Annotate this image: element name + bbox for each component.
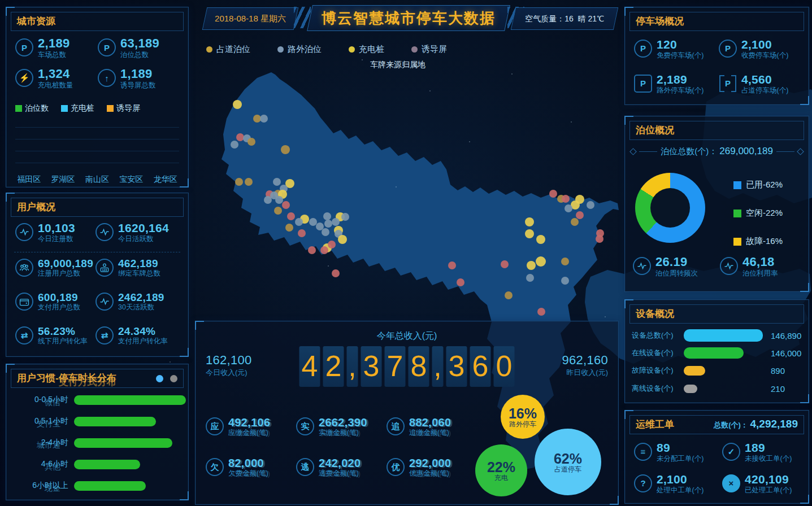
flip-digit: 8 [409,346,429,387]
panel-title: 用户习惯-停车时长分布支付方式分布 [17,369,116,388]
stat-value: 600,189 [38,291,80,303]
device-bar-track [684,329,763,342]
work-orders-total: 总数(个)： 4,292,189 [714,415,798,435]
panel-income: 今年总收入(元) 42,378,360 162,100 今日收入(元) 962,… [195,321,619,505]
bubble-label: 路外停车 [509,421,536,428]
processing-order-icon: ? [634,474,652,492]
axis-label: 南山区 [85,175,109,185]
bubble-percent: 16% [509,406,537,421]
habit-row: 4-6小时其他 [14,458,140,470]
map-point [562,195,570,203]
line-decor [639,151,657,152]
map-legend: 占道泊位 路外泊位 充电桩 诱导屏 [206,44,447,55]
legend-swatch [15,105,22,112]
habit-row: 0.5-1小时支付宝 [14,415,156,428]
map-legend-item: 充电桩 [349,44,384,55]
paid-amount-icon: 实 [296,417,314,435]
exchange-icon: ⇄ [95,326,114,344]
map-point [323,212,331,220]
offroad-lot-icon: P [634,75,652,93]
berth-total-row: 泊位总数(个)： 269,000,189 [631,146,803,157]
stat-value: 492,106 [228,416,270,429]
device-label: 设备总数(个) [632,330,684,341]
free-lot-icon: P [634,40,652,58]
map-point [571,218,579,226]
flip-digit: , [432,346,444,387]
share-bubble: 16% 路外停车 [501,395,545,439]
berth-icon: P [98,38,116,56]
map-point [247,138,255,146]
stat-item: 26.19 泊位周转频次 [633,255,698,277]
evaded-amount-icon: 逃 [296,458,314,476]
star-speck [511,73,513,75]
flip-digit: 7 [385,346,406,387]
unassigned-order-icon: ≡ [634,443,652,461]
device-row: 设备总数(个) 146,890 [632,329,802,342]
carousel-dot-active[interactable] [156,375,163,382]
users-icon [15,259,33,277]
map-point [549,190,557,198]
device-bar-track [684,385,763,393]
stat-label: 处理中工单(个) [657,486,704,494]
stat-item: 逃 242,020 逃费金额(笔) [296,457,361,477]
device-row: 在线设备(个) 146,000 [632,347,802,359]
carousel-dot[interactable] [170,375,177,382]
habit-label-ghost: 支付宝 [37,419,60,429]
yesterday-income: 962,160 昨日收入(元) [562,353,608,378]
map-point [525,229,534,238]
stat-item: 实 2662,390 实缴金额(笔) [296,416,367,437]
map-point [320,246,328,254]
panel-work-orders: 运维工单 总数(个)： 4,292,189 ≡ 89 未分配工单(个) ✓ 18… [624,410,809,504]
stat-label: 未接收工单(个) [745,455,792,463]
stat-value: 462,189 [118,258,160,269]
map-point [273,178,281,186]
panel-title: 停车场概况 [636,12,684,31]
berth-donut-chart [635,173,705,243]
weather-value: 晴 [577,14,585,23]
stat-label: 占道停车场(个) [741,86,788,94]
dashboard-root: { "header": { "date": "2018-08-18 星期六", … [0,0,812,506]
map-point [525,217,534,226]
stat-item: P 2,189 路外停车场(个) [634,73,704,94]
panel-berth-header: 泊位概况 [629,121,804,140]
device-bar [684,385,697,393]
bubble-label: 占道停车 [554,466,581,473]
stat-item: ≡ 89 未分配工单(个) [634,441,704,463]
map-point [526,274,534,282]
share-bubble: 62% 占道停车 [535,429,601,495]
map-point [341,213,349,221]
stat-label: 欠费金额(笔) [228,469,268,477]
stat-label: 诱导屏总数 [120,81,156,89]
stat-label: 充电桩数量 [38,81,73,89]
device-value: 890 [771,366,785,376]
stat-label: 绑定车牌总数 [118,269,160,277]
stat-label: 泊位总数 [120,51,159,59]
star-speck [571,121,572,123]
panel-user-overview-header: 用户概况 [11,198,184,217]
habit-label: 4-6小时其他 [14,459,68,469]
map-point [332,218,340,226]
habit-label: 0.5-1小时支付宝 [14,416,68,426]
stat-item: ↑ 1,189 诱导屏总数 [98,67,156,89]
axis-label: 宝安区 [119,175,143,185]
habit-label: 0-0.5小时微信 [14,395,68,405]
stat-label: 路外停车场(个) [657,86,704,94]
stat-label: 今日活跃数 [118,235,169,243]
stat-item: 欠 82,000 欠费金额(笔) [206,457,268,477]
stat-item: P 2,100 收费停车场(个) [719,38,788,59]
pulse-icon [15,223,33,241]
stat-label: 优惠金额(笔) [409,469,451,477]
map-point [260,115,268,123]
stat-item: ? 2,100 处理中工单(个) [634,473,704,494]
stat-value: 63,189 [120,37,159,51]
flip-digit: 2 [323,346,344,387]
turnover-icon [633,257,651,275]
donut-legend-item: 已用-62% [733,180,783,190]
air-quality-box: 空气质量：16 晴 21℃ [511,7,619,30]
flip-digit: , [347,346,358,387]
habit-row: 6小时以上现金 [14,479,146,492]
berth-total-label: 泊位总数(个)： [661,146,717,156]
map-point [587,201,594,209]
flip-digit: 6 [470,346,491,387]
donut-legend-item: 故障-16% [733,236,783,247]
